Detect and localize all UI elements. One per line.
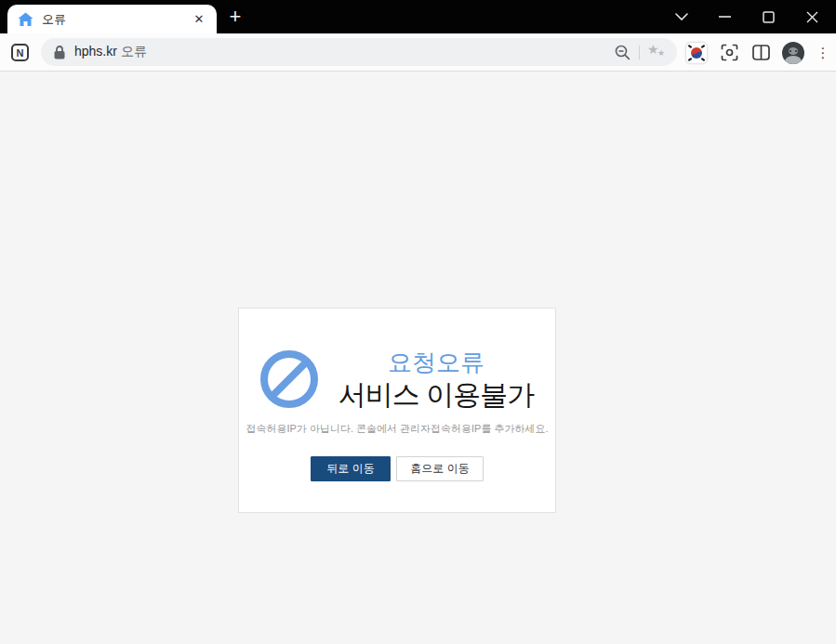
address-bar[interactable]: hphs.kr오류 ★ ★ — [41, 38, 677, 66]
titlebar: 오류 ✕ + — [0, 0, 836, 33]
capture-scan-icon[interactable] — [719, 43, 739, 63]
chevron-down-icon[interactable] — [659, 0, 703, 33]
error-titles: 요청오류 서비스 이용불가 — [338, 349, 534, 410]
go-home-button[interactable]: 홈으로 이동 — [396, 456, 484, 481]
whale-logo-icon[interactable]: N — [11, 44, 29, 61]
divider — [639, 46, 640, 59]
taeguk-symbol — [691, 47, 702, 59]
url-domain: hphs.kr — [74, 44, 117, 59]
browser-toolbar: N hphs.kr오류 ★ ★ — [0, 33, 836, 72]
error-subtitle: 서비스 이용불가 — [338, 379, 534, 410]
home-favicon-icon — [18, 12, 33, 27]
tab-title: 오류 — [42, 11, 189, 28]
new-tab-button[interactable]: + — [222, 4, 248, 30]
url-suffix: 오류 — [121, 44, 147, 59]
menu-dots-icon[interactable]: ⋮ — [816, 42, 830, 64]
error-buttons: 뒤로 이동 홈으로 이동 — [239, 456, 555, 481]
tab-close-icon[interactable]: ✕ — [189, 9, 209, 30]
star-icon: ★ — [657, 48, 665, 58]
bookmark-stars-icon[interactable]: ★ ★ — [645, 41, 670, 63]
split-view-icon[interactable] — [750, 43, 771, 63]
window-controls — [659, 0, 834, 33]
browser-tab[interactable]: 오류 ✕ — [7, 5, 217, 33]
go-back-button[interactable]: 뒤로 이동 — [311, 456, 391, 481]
page-content: 요청오류 서비스 이용불가 접속허용IP가 아닙니다. 콘솔에서 관리자접속허용… — [0, 72, 836, 644]
error-card: 요청오류 서비스 이용불가 접속허용IP가 아닙니다. 콘솔에서 관리자접속허용… — [238, 308, 556, 513]
translate-korean-flag-icon[interactable] — [685, 42, 708, 64]
prohibition-icon — [260, 350, 318, 408]
error-card-main: 요청오류 서비스 이용불가 — [239, 349, 555, 410]
error-description: 접속허용IP가 아닙니다. 콘솔에서 관리자접속허용IP를 추가하세요. — [239, 422, 555, 436]
error-title: 요청오류 — [338, 349, 534, 376]
zoom-out-icon[interactable] — [611, 41, 633, 63]
maximize-button[interactable] — [747, 0, 790, 33]
url-text: hphs.kr오류 — [74, 44, 147, 60]
minimize-button[interactable] — [703, 0, 747, 33]
lock-icon — [54, 46, 65, 59]
toolbar-right-actions: ⋮ — [685, 33, 830, 72]
close-window-button[interactable] — [790, 0, 834, 33]
address-bar-actions: ★ ★ — [611, 41, 670, 63]
profile-avatar[interactable] — [782, 42, 804, 64]
